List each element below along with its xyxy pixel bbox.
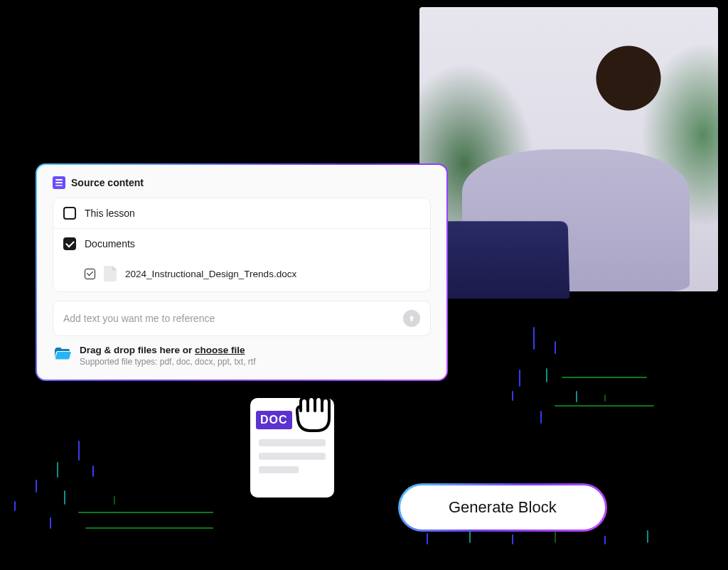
doc-line xyxy=(259,466,299,473)
option-documents[interactable]: Documents xyxy=(53,229,430,259)
decorative-ticks xyxy=(512,327,654,434)
doc-line xyxy=(259,453,326,460)
source-options: This lesson Documents 2024_Instructional… xyxy=(53,198,431,292)
folder-open-icon xyxy=(54,346,71,360)
file-row[interactable]: 2024_Instructional_Design_Trends.docx xyxy=(53,259,430,291)
dropzone-supported: Supported file types: pdf, doc, docx, pp… xyxy=(80,357,255,367)
source-content-panel: Source content This lesson Documents 202… xyxy=(36,163,448,381)
source-content-icon xyxy=(53,176,65,189)
generate-block-label: Generate Block xyxy=(400,485,605,529)
grab-cursor-icon xyxy=(288,389,338,438)
file-dropzone[interactable]: Drag & drop files here or choose file Su… xyxy=(53,343,431,367)
file-icon xyxy=(104,266,117,281)
arrow-up-icon xyxy=(407,314,416,323)
doc-badge: DOC xyxy=(256,411,292,429)
checkbox-this-lesson[interactable] xyxy=(63,207,76,220)
decorative-ticks xyxy=(14,441,213,547)
submit-reference-button[interactable] xyxy=(403,310,420,327)
hero-laptop xyxy=(440,221,570,299)
panel-inner: Source content This lesson Documents 202… xyxy=(37,165,446,380)
choose-file-link[interactable]: choose file xyxy=(195,345,245,355)
option-this-lesson[interactable]: This lesson xyxy=(53,198,430,229)
option-documents-group: Documents 2024_Instructional_Design_Tren… xyxy=(53,229,430,291)
dropzone-text-group: Drag & drop files here or choose file Su… xyxy=(80,345,255,367)
panel-title: Source content xyxy=(71,177,144,188)
option-label: This lesson xyxy=(85,208,135,219)
reference-placeholder: Add text you want me to reference xyxy=(63,313,215,324)
option-label: Documents xyxy=(85,238,135,249)
checkbox-file[interactable] xyxy=(85,269,95,279)
doc-line xyxy=(259,439,326,446)
generate-block-button[interactable]: Generate Block xyxy=(398,483,607,532)
checkbox-documents[interactable] xyxy=(63,237,76,250)
reference-input[interactable]: Add text you want me to reference xyxy=(53,301,431,336)
dropzone-text: Drag & drop files here or choose file xyxy=(80,345,255,355)
panel-header: Source content xyxy=(53,176,431,189)
file-name: 2024_Instructional_Design_Trends.docx xyxy=(125,269,296,279)
